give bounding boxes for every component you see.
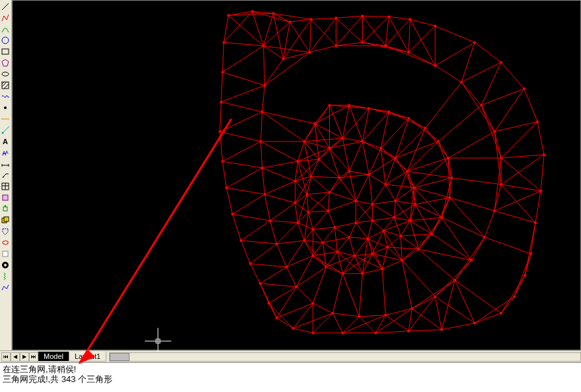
insert-tool[interactable]	[0, 204, 11, 214]
svg-point-93	[410, 307, 413, 310]
block-tool[interactable]	[0, 192, 11, 203]
svg-point-104	[260, 140, 262, 143]
dimension-tool[interactable]	[0, 159, 11, 169]
svg-point-75	[262, 44, 265, 47]
svg-point-134	[361, 140, 364, 143]
point-tool[interactable]	[0, 102, 11, 113]
boundary-tool[interactable]	[0, 226, 11, 237]
construction-line-tool[interactable]	[0, 114, 11, 124]
leader-tool[interactable]	[0, 170, 11, 180]
svg-point-44	[434, 24, 436, 27]
svg-point-97	[311, 302, 314, 305]
svg-point-158	[382, 229, 385, 232]
svg-point-89	[483, 236, 486, 239]
svg-point-163	[328, 191, 330, 194]
svg-point-84	[480, 104, 483, 106]
arc-tool[interactable]	[0, 24, 11, 34]
svg-point-130	[297, 160, 299, 163]
helix-tool[interactable]	[0, 271, 11, 282]
line-tool[interactable]	[0, 1, 11, 12]
svg-point-92	[434, 295, 436, 298]
text-tool[interactable]: A	[0, 136, 11, 147]
svg-point-100	[276, 243, 278, 245]
svg-point-41	[361, 15, 364, 17]
svg-point-56	[473, 322, 476, 325]
tab-nav-prev[interactable]: ◀	[11, 352, 20, 362]
svg-point-103	[261, 167, 264, 169]
svg-point-127	[297, 221, 299, 224]
svg-point-36	[251, 10, 254, 13]
svg-point-62	[292, 327, 295, 330]
svg-point-69	[225, 186, 228, 189]
drawing-viewport[interactable]	[12, 0, 581, 350]
circle-tool[interactable]	[0, 35, 11, 46]
svg-point-115	[450, 176, 453, 179]
svg-point-79	[361, 41, 364, 44]
scroll-thumb[interactable]	[110, 353, 130, 361]
spline-tool[interactable]	[0, 91, 11, 102]
svg-point-96	[331, 312, 334, 315]
revision-cloud-tool[interactable]	[0, 237, 11, 248]
svg-point-81	[407, 51, 410, 54]
svg-point-101	[269, 219, 272, 222]
svg-point-167	[371, 219, 373, 222]
svg-point-9	[4, 106, 7, 109]
command-line-1: 在连三角网,请稍侯!	[3, 364, 578, 374]
polyline-tool[interactable]	[0, 13, 11, 23]
svg-point-145	[336, 251, 338, 253]
svg-point-71	[219, 130, 221, 133]
triangulation-mesh	[13, 1, 580, 350]
svg-point-77	[308, 51, 311, 54]
svg-point-98	[295, 286, 298, 288]
tab-nav-first[interactable]: ⏮	[1, 352, 11, 362]
hatch-tool[interactable]	[0, 80, 11, 91]
tab-nav-next[interactable]: ▶	[20, 352, 29, 362]
svg-point-161	[333, 226, 336, 229]
svg-point-53	[523, 274, 526, 277]
layout-tabs-row: ⏮ ◀ ▶ ⏭ Model Layout1	[0, 350, 581, 362]
svg-rect-26	[3, 207, 7, 211]
svg-point-150	[309, 175, 312, 178]
svg-line-11	[3, 126, 9, 133]
svg-point-95	[358, 315, 360, 318]
tab-layout1[interactable]: Layout1	[69, 352, 106, 362]
svg-point-51	[534, 221, 537, 224]
svg-point-113	[437, 140, 440, 143]
svg-point-138	[412, 186, 415, 189]
svg-point-116	[448, 196, 451, 199]
ray-tool[interactable]	[0, 125, 11, 136]
horizontal-scrollbar[interactable]	[109, 352, 581, 362]
svg-point-122	[361, 272, 364, 275]
polygon-tool[interactable]	[0, 58, 11, 68]
svg-point-78	[334, 44, 337, 47]
region-tool[interactable]	[0, 215, 11, 225]
svg-point-50	[539, 190, 542, 192]
rectangle-tool[interactable]	[0, 46, 11, 57]
table-tool[interactable]	[0, 181, 11, 192]
svg-point-154	[368, 173, 370, 176]
ellipse-tool[interactable]	[0, 69, 11, 79]
svg-point-66	[249, 262, 252, 265]
svg-point-162	[327, 210, 329, 212]
3dpoly-tool[interactable]	[0, 282, 11, 293]
wipeout-tool[interactable]	[0, 249, 11, 259]
svg-point-149	[305, 193, 308, 196]
svg-point-121	[381, 268, 383, 270]
svg-point-141	[399, 235, 402, 237]
svg-point-52	[529, 253, 532, 255]
svg-point-76	[282, 58, 285, 60]
mtext-tool[interactable]: AA	[0, 147, 11, 158]
svg-point-83	[460, 81, 463, 83]
svg-point-124	[325, 266, 327, 268]
svg-point-37	[272, 12, 275, 15]
svg-rect-30	[4, 217, 9, 221]
svg-point-47	[523, 87, 525, 90]
svg-point-128	[294, 202, 297, 204]
svg-point-68	[231, 213, 234, 216]
svg-point-1	[2, 37, 9, 44]
svg-point-48	[536, 120, 539, 123]
donut-tool[interactable]	[0, 260, 11, 270]
svg-point-146	[321, 241, 324, 244]
tab-model[interactable]: Model	[38, 352, 69, 362]
tab-nav-last[interactable]: ⏭	[29, 352, 38, 362]
